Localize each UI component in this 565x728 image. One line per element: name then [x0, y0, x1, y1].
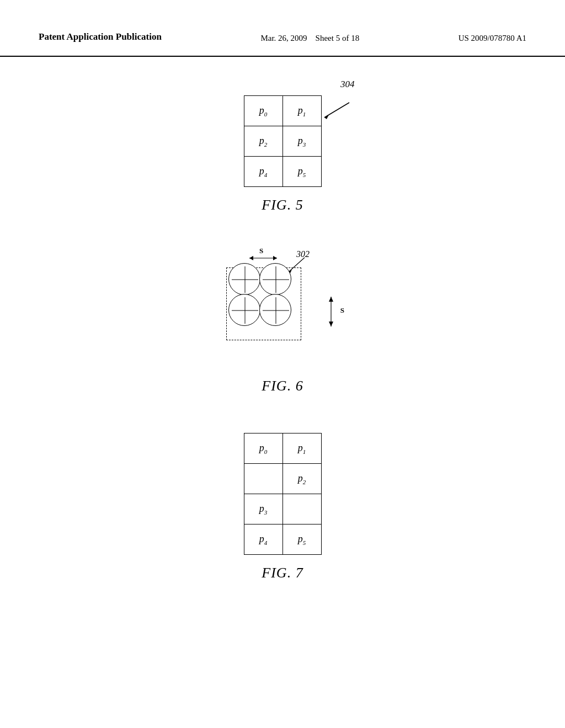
fig6-section: S 302	[39, 247, 526, 394]
fig7-label: FIG. 7	[262, 565, 303, 581]
ref-304-label: 304	[340, 79, 355, 90]
circle-bl	[228, 294, 260, 326]
fig5-grid: p0 p1 p2 p3 p4 p5	[244, 95, 322, 187]
publication-date: Mar. 26, 2009	[260, 34, 307, 42]
fig5-label: FIG. 5	[262, 197, 303, 213]
s-right-label: S	[340, 306, 344, 315]
cell-p1: p1	[282, 433, 321, 464]
page-content: 304 p0 p1 p2 p3 p4 p5	[0, 57, 565, 603]
crosshair-bl	[229, 295, 261, 326]
fig7-section: p0 p1 p2 p3 p4 p5 FIG. 7	[39, 433, 526, 581]
fig5-diagram: 304 p0 p1 p2 p3 p4 p5	[244, 95, 322, 187]
cell-p5: p5	[282, 524, 321, 555]
svg-marker-3	[249, 256, 253, 260]
cell-p0: p0	[244, 433, 282, 464]
circle-tl	[228, 263, 260, 295]
sheet-info: Sheet 5 of 18	[316, 34, 360, 42]
table-row: p3	[244, 494, 321, 524]
crosshair-tr	[260, 264, 292, 296]
table-row: p0 p1	[244, 96, 321, 126]
fig7-grid: p0 p1 p2 p3 p4 p5	[244, 433, 322, 555]
cell-p1: p1	[282, 96, 321, 126]
circle-br	[259, 294, 291, 326]
circle-tr	[259, 263, 291, 295]
cell-p0: p0	[244, 96, 282, 126]
page-header: Patent Application Publication Mar. 26, …	[0, 0, 565, 57]
table-row: p2	[244, 464, 321, 494]
cell-p5: p5	[282, 157, 321, 187]
header-date-sheet: Mar. 26, 2009 Sheet 5 of 18	[260, 30, 359, 45]
cell-p2: p2	[282, 464, 321, 494]
s-right-arrow	[326, 295, 337, 328]
svg-marker-4	[273, 256, 277, 260]
crosshair-br	[260, 295, 292, 326]
table-row: p0 p1	[244, 433, 321, 464]
publication-label: Patent Application Publication	[39, 30, 162, 44]
fig6-diagram: S 302	[216, 247, 349, 368]
cell-p2: p2	[244, 126, 282, 157]
ref-304-arrow	[319, 98, 363, 126]
crosshair-tl	[229, 264, 261, 296]
table-row: p2 p3	[244, 126, 321, 157]
cell-empty	[244, 464, 282, 494]
cell-p3: p3	[244, 494, 282, 524]
svg-marker-17	[329, 322, 333, 326]
s-top-arrow	[247, 253, 280, 264]
fig6-label: FIG. 6	[262, 378, 303, 394]
fig5-section: 304 p0 p1 p2 p3 p4 p5	[39, 95, 526, 213]
cell-empty2	[282, 494, 321, 524]
svg-marker-16	[329, 297, 333, 302]
patent-number: US 2009/078780 A1	[459, 30, 526, 45]
cell-p3: p3	[282, 126, 321, 157]
table-row: p4 p5	[244, 157, 321, 187]
table-row: p4 p5	[244, 524, 321, 555]
cell-p4: p4	[244, 524, 282, 555]
cell-p4: p4	[244, 157, 282, 187]
